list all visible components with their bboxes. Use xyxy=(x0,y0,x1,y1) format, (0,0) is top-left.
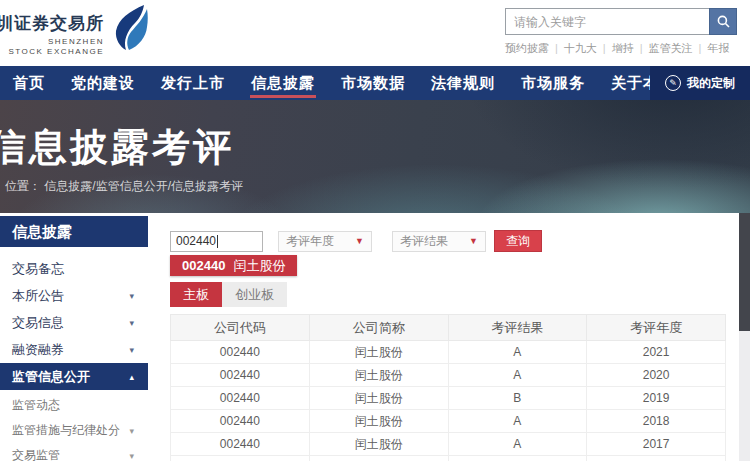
logo-text: 深圳证券交易所 SHENZHEN STOCK EXCHANGE xyxy=(0,4,104,57)
sidebar: 信息披露 交易备忘 本所公告 ▾ 交易信息 ▾ 融资融券 ▾ xyxy=(0,213,148,461)
cell-company-code: 002440 xyxy=(171,341,310,364)
hot-link[interactable]: 预约披露 xyxy=(505,42,549,54)
suggestion-name: 闰土股份 xyxy=(233,257,285,275)
cell-eval-year: 2018 xyxy=(587,410,726,433)
my-customization-label: 我的定制 xyxy=(687,75,735,92)
cell-company-name: 闰土股份 xyxy=(309,410,448,433)
sidebar-item[interactable]: 交易备忘 xyxy=(0,255,148,282)
scrollbar-thumb[interactable] xyxy=(739,213,750,331)
sidebar-item[interactable]: 本所公告 ▾ xyxy=(0,282,148,309)
nav-item[interactable]: 法律规则 xyxy=(418,66,508,100)
nav-item[interactable]: 发行上市 xyxy=(148,66,238,100)
table-row[interactable]: 002440 闰土股份 A 2017 xyxy=(171,433,726,456)
result-select-label: 考评结果 xyxy=(400,233,448,250)
chevron-icon: ▾ xyxy=(129,318,134,328)
nav-item-label: 法律规则 xyxy=(431,74,495,93)
query-button[interactable]: 查询 xyxy=(494,230,542,252)
cell-eval-year: 2016 xyxy=(587,456,726,461)
scrollbar-track[interactable] xyxy=(739,331,750,461)
nav-item[interactable]: 首页 xyxy=(0,66,58,100)
dropdown-arrow-icon: ▼ xyxy=(469,236,478,246)
pencil-circle-icon: ✎ xyxy=(665,75,681,91)
table-body: 002440 闰土股份 A 2021 002440 闰土股份 A 2020 00… xyxy=(171,341,726,461)
page-title: 信息披露考评 xyxy=(0,122,234,173)
code-suggestion[interactable]: 002440 闰土股份 xyxy=(170,255,297,276)
query-form: 002440 考评年度 ▼ 考评结果 ▼ 查询 xyxy=(170,230,740,252)
board-tab[interactable]: 主板 xyxy=(170,282,222,307)
cell-company-code: 002440 xyxy=(171,456,310,461)
site-search-input[interactable] xyxy=(505,8,709,35)
cell-company-code: 002440 xyxy=(171,364,310,387)
board-tabs: 主板 创业板 xyxy=(170,282,740,307)
nav-item-label: 市场服务 xyxy=(521,74,585,93)
result-select[interactable]: 考评结果 ▼ xyxy=(392,231,486,252)
hot-links: 预约披露十九大增持监管关注年报 xyxy=(505,41,737,56)
sidebar-item-label: 融资融券 xyxy=(12,341,64,359)
table-row[interactable]: 002440 闰土股份 A 2020 xyxy=(171,364,726,387)
nav-item[interactable]: 党的建设 xyxy=(58,66,148,100)
cell-company-name: 闰土股份 xyxy=(309,456,448,461)
sidebar-item[interactable]: 监管信息公开 ▴ xyxy=(0,363,148,390)
table-row[interactable]: 002440 闰土股份 A 2018 xyxy=(171,410,726,433)
nav-item-label: 市场数据 xyxy=(341,74,405,93)
cell-eval-result: B xyxy=(448,387,587,410)
logo-en-text: SHENZHEN STOCK EXCHANGE xyxy=(0,37,104,57)
sidebar-subitem[interactable]: 交易监管 ▾ xyxy=(0,443,148,461)
suggestion-code: 002440 xyxy=(182,258,225,273)
table-header-cell: 公司代码 xyxy=(171,315,310,341)
board-tab-label: 创业板 xyxy=(235,286,274,304)
results-table: 公司代码公司简称考评结果考评年度 002440 闰土股份 A 2021 0024… xyxy=(170,314,726,461)
year-select-label: 考评年度 xyxy=(286,233,334,250)
cell-eval-result: A xyxy=(448,341,587,364)
szse-logo-mark-icon xyxy=(110,4,150,52)
text-caret xyxy=(217,235,218,248)
sidebar-subitem[interactable]: 监管措施与纪律处分 ▾ xyxy=(0,418,148,443)
sidebar-title: 信息披露 xyxy=(0,216,148,247)
cell-company-code: 002440 xyxy=(171,410,310,433)
nav-item[interactable]: 市场服务 xyxy=(508,66,598,100)
nav-item[interactable]: 信息披露 xyxy=(238,66,328,100)
breadcrumb: 位置： 信息披露/监管信息公开/信息披露考评 xyxy=(5,178,243,195)
search-icon xyxy=(717,15,730,28)
sidebar-subitems: 监管动态 监管措施与纪律处分 ▾ 交易监管 ▾ 会员及其他交易参与人监管 xyxy=(0,393,148,461)
table-row[interactable]: 002440 闰土股份 A 2021 xyxy=(171,341,726,364)
board-tab[interactable]: 创业板 xyxy=(222,282,287,307)
chevron-icon: ▾ xyxy=(129,291,134,301)
chevron-icon: ▴ xyxy=(129,372,134,382)
chevron-icon: ▾ xyxy=(129,426,134,436)
cell-company-code: 002440 xyxy=(171,387,310,410)
page-banner: 信息披露考评 位置： 信息披露/监管信息公开/信息披露考评 xyxy=(0,100,750,213)
nav-items: 首页 党的建设 发行上市 信息披露 市场数据 法律规则 市场服务 关于本所 xyxy=(0,66,688,100)
main-nav: 首页 党的建设 发行上市 信息披露 市场数据 法律规则 市场服务 关于本所 ✎ … xyxy=(0,66,750,100)
logo-cn-text: 深圳证券交易所 xyxy=(0,12,104,35)
nav-item-label: 发行上市 xyxy=(161,74,225,93)
sidebar-subitem-label: 监管动态 xyxy=(12,397,60,414)
sidebar-item[interactable]: 融资融券 ▾ xyxy=(0,336,148,363)
table-header-cell: 公司简称 xyxy=(309,315,448,341)
content: 信息披露 交易备忘 本所公告 ▾ 交易信息 ▾ 融资融券 ▾ xyxy=(0,213,750,461)
my-customization-button[interactable]: ✎ 我的定制 xyxy=(650,66,750,100)
code-input[interactable]: 002440 xyxy=(170,231,263,252)
dropdown-arrow-icon: ▼ xyxy=(355,236,364,246)
sidebar-items: 交易备忘 本所公告 ▾ 交易信息 ▾ 融资融券 ▾ 监管信息公开 ▴ xyxy=(0,255,148,390)
site-search-button[interactable] xyxy=(709,8,737,35)
chevron-icon: ▾ xyxy=(129,345,134,355)
board-tab-label: 主板 xyxy=(183,286,209,304)
cell-eval-year: 2021 xyxy=(587,341,726,364)
sidebar-subitem[interactable]: 监管动态 xyxy=(0,393,148,418)
cell-eval-result: A xyxy=(448,364,587,387)
sidebar-item-label: 监管信息公开 xyxy=(12,368,90,386)
hot-link[interactable]: 监管关注 xyxy=(634,42,693,54)
szse-logo[interactable]: 深圳证券交易所 SHENZHEN STOCK EXCHANGE xyxy=(0,4,150,57)
chevron-icon: ▾ xyxy=(129,451,134,461)
nav-item[interactable]: 市场数据 xyxy=(328,66,418,100)
table-row[interactable]: 002440 闰土股份 A 2016 xyxy=(171,456,726,461)
sidebar-item[interactable]: 交易信息 ▾ xyxy=(0,309,148,336)
hot-link[interactable]: 增持 xyxy=(597,42,634,54)
year-select[interactable]: 考评年度 ▼ xyxy=(278,231,372,252)
hot-link[interactable]: 年报 xyxy=(693,42,730,54)
cell-company-name: 闰土股份 xyxy=(309,387,448,410)
hot-link[interactable]: 十九大 xyxy=(549,42,597,54)
table-row[interactable]: 002440 闰土股份 B 2019 xyxy=(171,387,726,410)
cell-eval-result: A xyxy=(448,456,587,461)
